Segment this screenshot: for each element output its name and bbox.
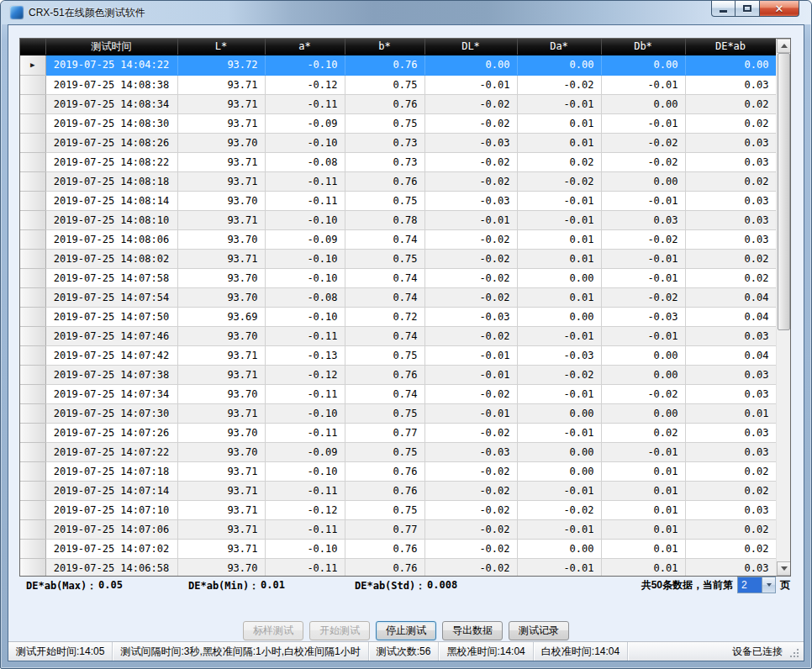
cell-Db[interactable]: 0.00 <box>601 171 685 191</box>
cell-Da[interactable]: -0.01 <box>517 326 601 345</box>
cell-DEab[interactable]: 0.03 <box>685 210 776 229</box>
column-header-time[interactable]: 测试时间 <box>45 39 177 55</box>
cell-L[interactable]: 93.71 <box>177 75 265 94</box>
column-header-L[interactable]: L* <box>177 39 265 55</box>
cell-a[interactable]: -0.08 <box>265 152 345 171</box>
cell-L[interactable]: 93.70 <box>177 326 265 345</box>
cell-a[interactable]: -0.12 <box>265 365 345 384</box>
cell-DL[interactable]: -0.02 <box>424 481 517 500</box>
cell-DEab[interactable]: 0.02 <box>685 171 776 191</box>
cell-DEab[interactable]: 0.01 <box>685 403 776 423</box>
column-header-DEab[interactable]: DE*ab <box>685 39 776 55</box>
column-header-Db[interactable]: Db* <box>601 39 685 55</box>
cell-DL[interactable]: -0.02 <box>424 461 517 481</box>
cell-DL[interactable]: -0.01 <box>424 210 517 229</box>
cell-DL[interactable]: -0.01 <box>424 365 517 384</box>
table-row[interactable]: 2019-07-25 14:07:5493.70-0.080.74-0.020.… <box>20 287 776 307</box>
cell-b[interactable]: 0.75 <box>345 442 424 461</box>
cell-L[interactable]: 93.70 <box>177 133 265 152</box>
cell-b[interactable]: 0.75 <box>345 75 424 94</box>
cell-time[interactable]: 2019-07-25 14:08:06 <box>45 229 177 249</box>
row-header[interactable] <box>20 152 45 171</box>
cell-a[interactable]: -0.10 <box>265 210 345 229</box>
row-header[interactable] <box>20 171 45 191</box>
cell-Db[interactable]: 0.01 <box>601 461 685 481</box>
row-header[interactable] <box>20 133 45 152</box>
cell-L[interactable]: 93.71 <box>177 171 265 191</box>
cell-DL[interactable]: -0.02 <box>424 326 517 345</box>
cell-DL[interactable]: -0.03 <box>424 442 517 461</box>
cell-time[interactable]: 2019-07-25 14:07:58 <box>45 268 177 287</box>
row-header[interactable] <box>20 287 45 307</box>
cell-time[interactable]: 2019-07-25 14:07:14 <box>45 481 177 500</box>
cell-time[interactable]: 2019-07-25 14:08:26 <box>45 133 177 152</box>
table-row[interactable]: 2019-07-25 14:07:5093.69-0.100.72-0.030.… <box>20 307 776 326</box>
row-header[interactable] <box>20 75 45 94</box>
cell-DEab[interactable]: 0.03 <box>685 326 776 345</box>
cell-L[interactable]: 93.71 <box>177 403 265 423</box>
table-row[interactable]: 2019-07-25 14:07:1893.71-0.100.76-0.020.… <box>20 461 776 481</box>
cell-Da[interactable]: -0.01 <box>517 558 601 577</box>
table-row[interactable]: 2019-07-25 14:08:3493.71-0.110.76-0.02-0… <box>20 94 776 113</box>
cell-b[interactable]: 0.78 <box>345 210 424 229</box>
cell-DEab[interactable]: 0.00 <box>685 55 776 75</box>
cell-a[interactable]: -0.10 <box>265 461 345 481</box>
cell-a[interactable]: -0.10 <box>265 55 345 75</box>
cell-b[interactable]: 0.74 <box>345 268 424 287</box>
cell-b[interactable]: 0.75 <box>345 403 424 423</box>
cell-DEab[interactable]: 0.02 <box>685 519 776 539</box>
cell-Da[interactable]: -0.01 <box>517 519 601 539</box>
cell-Da[interactable]: 0.00 <box>517 442 601 461</box>
table-row[interactable]: 2019-07-25 14:08:2693.70-0.100.73-0.030.… <box>20 133 776 152</box>
cell-Da[interactable]: 0.00 <box>517 403 601 423</box>
cell-DEab[interactable]: 0.03 <box>685 229 776 249</box>
cell-L[interactable]: 93.71 <box>177 94 265 113</box>
cell-b[interactable]: 0.76 <box>345 94 424 113</box>
cell-time[interactable]: 2019-07-25 14:08:30 <box>45 113 177 133</box>
cell-L[interactable]: 93.71 <box>177 481 265 500</box>
table-row[interactable]: 2019-07-25 14:07:1493.71-0.110.76-0.02-0… <box>20 481 776 500</box>
cell-DL[interactable]: -0.02 <box>424 558 517 577</box>
cell-DEab[interactable]: 0.03 <box>685 191 776 210</box>
row-header[interactable] <box>20 539 45 558</box>
cell-Da[interactable]: 0.02 <box>517 152 601 171</box>
row-header[interactable] <box>20 326 45 345</box>
cell-DEab[interactable]: 0.03 <box>685 442 776 461</box>
cell-a[interactable]: -0.10 <box>265 539 345 558</box>
cell-b[interactable]: 0.77 <box>345 519 424 539</box>
cell-time[interactable]: 2019-07-25 14:08:10 <box>45 210 177 229</box>
row-header[interactable] <box>20 500 45 519</box>
row-header[interactable] <box>20 442 45 461</box>
cell-a[interactable]: -0.09 <box>265 442 345 461</box>
cell-DEab[interactable]: 0.03 <box>685 558 776 577</box>
cell-time[interactable]: 2019-07-25 14:08:38 <box>45 75 177 94</box>
cell-time[interactable]: 2019-07-25 14:08:22 <box>45 152 177 171</box>
cell-b[interactable]: 0.73 <box>345 133 424 152</box>
cell-Da[interactable]: 0.00 <box>517 539 601 558</box>
cell-DL[interactable]: -0.02 <box>424 384 517 403</box>
table-row[interactable]: 2019-07-25 14:08:3893.71-0.120.75-0.01-0… <box>20 75 776 94</box>
cell-DL[interactable]: -0.02 <box>424 171 517 191</box>
cell-DL[interactable]: -0.02 <box>424 94 517 113</box>
cell-time[interactable]: 2019-07-25 14:07:38 <box>45 365 177 384</box>
table-row[interactable]: 2019-07-25 14:08:2293.71-0.080.73-0.020.… <box>20 152 776 171</box>
row-header[interactable] <box>20 210 45 229</box>
cell-Da[interactable]: -0.01 <box>517 481 601 500</box>
cell-L[interactable]: 93.70 <box>177 191 265 210</box>
row-header[interactable] <box>20 113 45 133</box>
table-row[interactable]: 2019-07-25 14:08:3093.71-0.090.75-0.020.… <box>20 113 776 133</box>
cell-DL[interactable]: -0.02 <box>424 539 517 558</box>
cell-DEab[interactable]: 0.04 <box>685 287 776 307</box>
column-header-a[interactable]: a* <box>265 39 345 55</box>
cell-time[interactable]: 2019-07-25 14:07:18 <box>45 461 177 481</box>
cell-time[interactable]: 2019-07-25 14:07:54 <box>45 287 177 307</box>
cell-b[interactable]: 0.74 <box>345 229 424 249</box>
cell-Db[interactable]: 0.01 <box>601 558 685 577</box>
cell-b[interactable]: 0.74 <box>345 384 424 403</box>
cell-Da[interactable]: -0.02 <box>517 75 601 94</box>
column-header-b[interactable]: b* <box>345 39 424 55</box>
cell-L[interactable]: 93.71 <box>177 113 265 133</box>
cell-DEab[interactable]: 0.03 <box>685 152 776 171</box>
table-row[interactable]: 2019-07-25 14:08:1893.71-0.110.76-0.02-0… <box>20 171 776 191</box>
cell-Db[interactable]: 0.01 <box>601 539 685 558</box>
